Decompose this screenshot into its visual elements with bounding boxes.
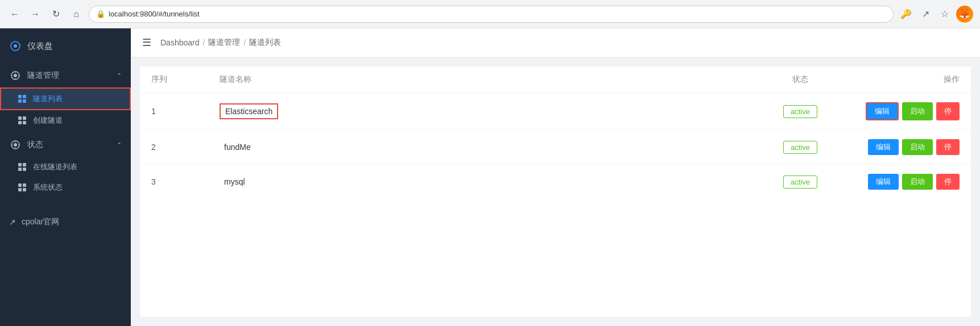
table-row: 3 mysql active 编辑 启动 停 xyxy=(140,165,971,199)
dashboard-icon xyxy=(9,40,22,52)
row-3-stop-button[interactable]: 停 xyxy=(936,174,960,190)
row-3-name-cell: mysql xyxy=(220,175,755,189)
row-3-seq: 3 xyxy=(151,177,220,186)
row-2-status: active xyxy=(755,141,846,154)
browser-chrome: ← → ↻ ⌂ 🔒 localhost:9800/#/tunnels/list … xyxy=(0,0,980,28)
status-section: 状态 ⌃ 在线隧道列表 系统状态 xyxy=(0,133,131,198)
create-tunnel-icon xyxy=(17,115,27,126)
tunnel-management-section: 隧道管理 ⌃ 隧道列表 创建隧道 xyxy=(0,64,131,131)
svg-point-9 xyxy=(14,143,17,147)
status-header[interactable]: 状态 ⌃ xyxy=(0,133,131,157)
row-1-start-button[interactable]: 启动 xyxy=(902,102,933,120)
forward-button[interactable]: → xyxy=(27,6,43,22)
row-3-actions: 编辑 启动 停 xyxy=(846,174,960,190)
row-2-name-cell: fundMe xyxy=(220,140,755,154)
row-1-name: Elasticsearch xyxy=(220,103,278,119)
tunnel-list-label: 隧道列表 xyxy=(33,94,63,104)
cpolar-website-link[interactable]: ↗ cpolar官网 xyxy=(0,211,131,233)
browser-actions: 🔑 ↗ ☆ 🦊 xyxy=(898,6,973,23)
row-3-edit-button[interactable]: 编辑 xyxy=(868,174,899,190)
row-2-seq: 2 xyxy=(151,143,220,152)
row-1-seq: 1 xyxy=(151,107,220,116)
system-status-label: 系统状态 xyxy=(33,182,63,193)
tunnel-list-icon xyxy=(17,94,27,104)
tunnel-management-header[interactable]: 隧道管理 ⌃ xyxy=(0,64,131,87)
tunnel-table: 序列 隧道名称 状态 操作 1 Elasticsearch active 编辑 … xyxy=(140,66,971,317)
breadcrumb: Dashboard / 隧道管理 / 隧道列表 xyxy=(160,37,281,48)
row-1-actions: 编辑 启动 停 xyxy=(846,102,960,120)
online-tunnels-icon xyxy=(17,162,27,172)
svg-point-3 xyxy=(14,74,17,77)
row-1-name-cell: Elasticsearch xyxy=(220,103,755,119)
top-bar: ☰ Dashboard / 隧道管理 / 隧道列表 xyxy=(131,28,980,57)
sidebar-item-system-status[interactable]: 系统状态 xyxy=(0,177,131,198)
tunnel-management-arrow: ⌃ xyxy=(117,72,122,80)
row-2-start-button[interactable]: 启动 xyxy=(902,139,933,155)
status-arrow: ⌃ xyxy=(117,141,122,149)
back-button[interactable]: ← xyxy=(7,6,23,22)
key-icon-btn[interactable]: 🔑 xyxy=(898,6,914,22)
online-tunnels-label: 在线隧道列表 xyxy=(33,162,77,172)
col-header-status: 状态 xyxy=(755,74,846,85)
sidebar-item-create-tunnel[interactable]: 创建隧道 xyxy=(0,110,131,131)
table-row: 1 Elasticsearch active 编辑 启动 停 xyxy=(140,93,971,130)
row-3-name: mysql xyxy=(220,175,250,189)
row-3-start-button[interactable]: 启动 xyxy=(902,174,933,190)
table-header: 序列 隧道名称 状态 操作 xyxy=(140,66,971,93)
lock-icon: 🔒 xyxy=(96,10,105,18)
external-link-icon: ↗ xyxy=(9,218,16,227)
dashboard-label: 仪表盘 xyxy=(27,41,53,52)
svg-point-1 xyxy=(14,44,17,48)
status-label: 状态 xyxy=(27,140,111,150)
reload-button[interactable]: ↻ xyxy=(48,6,64,22)
app-container: 仪表盘 隧道管理 ⌃ xyxy=(0,28,980,326)
bookmark-button[interactable]: ☆ xyxy=(937,6,953,22)
sidebar-item-tunnel-list[interactable]: 隧道列表 xyxy=(0,87,131,110)
breadcrumb-section[interactable]: 隧道管理 xyxy=(208,37,240,48)
row-1-stop-button[interactable]: 停 xyxy=(936,102,960,120)
table-row: 2 fundMe active 编辑 启动 停 xyxy=(140,130,971,165)
breadcrumb-home[interactable]: Dashboard xyxy=(160,38,200,47)
breadcrumb-current: 隧道列表 xyxy=(249,37,281,48)
sidebar-dashboard[interactable]: 仪表盘 xyxy=(0,28,131,64)
row-1-status-badge: active xyxy=(783,105,817,118)
status-icon xyxy=(9,139,22,151)
menu-toggle-icon[interactable]: ☰ xyxy=(142,36,151,49)
col-header-name: 隧道名称 xyxy=(220,74,755,85)
row-2-name: fundMe xyxy=(220,140,255,154)
sidebar: 仪表盘 隧道管理 ⌃ xyxy=(0,28,131,326)
create-tunnel-label: 创建隧道 xyxy=(33,115,63,126)
col-header-actions: 操作 xyxy=(846,74,960,85)
sidebar-item-online-tunnels[interactable]: 在线隧道列表 xyxy=(0,157,131,177)
row-3-status: active xyxy=(755,175,846,189)
url-text: localhost:9800/#/tunnels/list xyxy=(109,10,200,18)
tunnel-management-icon xyxy=(9,69,22,82)
breadcrumb-sep-1: / xyxy=(203,38,205,47)
address-bar[interactable]: 🔒 localhost:9800/#/tunnels/list xyxy=(89,6,894,23)
browser-profile-icon: 🦊 xyxy=(956,6,973,23)
external-link-label: cpolar官网 xyxy=(22,217,59,227)
breadcrumb-sep-2: / xyxy=(243,38,246,47)
row-3-status-badge: active xyxy=(783,175,817,189)
col-header-seq: 序列 xyxy=(151,74,220,85)
tunnel-management-label: 隧道管理 xyxy=(27,70,111,81)
row-2-actions: 编辑 启动 停 xyxy=(846,139,960,155)
system-status-icon xyxy=(17,182,27,193)
row-2-stop-button[interactable]: 停 xyxy=(936,139,960,155)
row-2-edit-button[interactable]: 编辑 xyxy=(868,139,899,155)
share-button[interactable]: ↗ xyxy=(917,6,933,22)
row-2-status-badge: active xyxy=(783,141,817,154)
row-1-status: active xyxy=(755,105,846,118)
main-content: ☰ Dashboard / 隧道管理 / 隧道列表 序列 隧道名称 状态 操作 … xyxy=(131,28,980,326)
row-1-edit-button[interactable]: 编辑 xyxy=(866,102,899,120)
home-button[interactable]: ⌂ xyxy=(68,6,84,22)
